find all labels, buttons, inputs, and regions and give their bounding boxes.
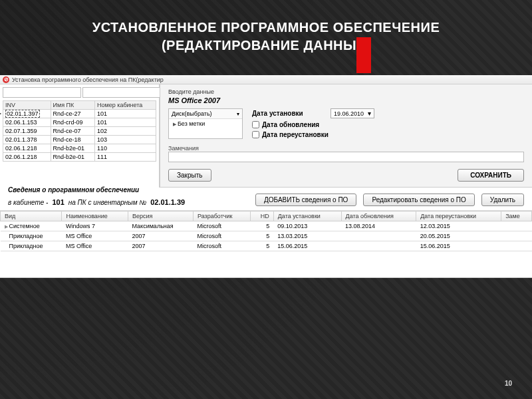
info-toolbar: Сведения о программном обеспечении в каб… <box>0 188 532 211</box>
pc-table[interactable]: INV Имя ПК Номер кабинета 02.01.1.397Rnd… <box>3 100 156 162</box>
calendar-icon[interactable]: ▾ <box>368 110 371 117</box>
update-checkbox-label: Дата обновления <box>262 121 319 128</box>
col-inv[interactable]: INV <box>3 101 51 110</box>
pc-inv-value: 02.01.1.39 <box>150 198 185 206</box>
stop-icon: ⊘ <box>3 76 9 83</box>
save-button[interactable]: СОХРАНИТЬ <box>458 169 524 182</box>
pc-list-panel: INV Имя ПК Номер кабинета 02.01.1.397Rnd… <box>0 84 160 188</box>
update-checkbox[interactable]: Дата обновления <box>252 121 319 128</box>
col-name[interactable]: Имя ПК <box>51 101 95 110</box>
table-row[interactable]: ПрикладноеMS Office2007Microsoft515.06.2… <box>1 241 532 251</box>
disk-selector[interactable]: Диск(выбрать) ▾ Без метки <box>168 108 243 139</box>
table-row[interactable]: 02.06.1.153Rnd-crd-09101 <box>3 118 156 127</box>
update-checkbox-input[interactable] <box>252 121 259 128</box>
add-software-button[interactable]: ДОБАВИТЬ сведения о ПО <box>255 194 356 206</box>
disk-header: Диск(выбрать) <box>172 110 212 117</box>
red-marker <box>356 37 371 73</box>
swcol-install[interactable]: Дата установки <box>273 211 341 221</box>
table-row[interactable]: 02.06.1.218Rnd-b2e-01110 <box>3 144 156 153</box>
col-room[interactable]: Номер кабинета <box>95 101 156 110</box>
reinstall-checkbox-label: Дата переустановки <box>262 131 329 138</box>
edit-software-button[interactable]: Редактировать сведения о ПО <box>363 194 474 206</box>
install-date-picker[interactable]: 19.06.2010 ▾ <box>331 108 374 118</box>
edit-dialog: Вводите данные MS Office 2007 Диск(выбра… <box>160 84 532 188</box>
dialog-prompt: Вводите данные <box>168 88 524 95</box>
table-row[interactable]: 02.01.1.378Rnd-ce-18103 <box>3 136 156 144</box>
swcol-version[interactable]: Версия <box>128 211 194 221</box>
delete-software-button[interactable]: Удалить <box>481 194 524 206</box>
window-title: Установка программного обеспечения на ПК… <box>12 76 164 83</box>
info-heading: Сведения о программном обеспечении <box>8 186 139 194</box>
swcol-hd[interactable]: HD <box>251 211 273 221</box>
disk-value[interactable]: Без метки <box>169 119 242 128</box>
filter-name[interactable] <box>82 87 161 98</box>
swcol-update[interactable]: Дата обновления <box>341 211 416 221</box>
cabinet-label: в кабинете - <box>8 199 48 206</box>
reinstall-checkbox-input[interactable] <box>252 131 259 138</box>
fields-group: Дата установки 19.06.2010 ▾ Дата обновле… <box>252 108 524 141</box>
install-date-value: 19.06.2010 <box>334 110 364 117</box>
slide-title: УСТАНОВЛЕННОЕ ПРОГРАММНОЕ ОБЕСПЕЧЕНИЕ (Р… <box>0 0 532 61</box>
swcol-vendor[interactable]: Разработчик <box>193 211 250 221</box>
swcol-type[interactable]: Вид <box>1 211 62 221</box>
table-row[interactable]: 02.07.1.359Rnd-ce-07102 <box>3 127 156 136</box>
swcol-reinstall[interactable]: Дата переустановки <box>416 211 501 221</box>
table-row[interactable]: 02.06.1.218Rnd-b2e-01111 <box>3 153 156 162</box>
titlebar: ⊘ Установка программного обеспечения на … <box>0 75 532 84</box>
pc-inv-label: на ПК с инвентарным № <box>68 199 146 206</box>
notes-label: Замечания <box>168 145 524 152</box>
install-date-label: Дата установки <box>252 110 325 117</box>
swcol-note[interactable]: Заме <box>501 211 532 221</box>
page-number: 10 <box>505 380 512 387</box>
dialog-product: MS Office 2007 <box>168 96 524 104</box>
reinstall-checkbox[interactable]: Дата переустановки <box>252 131 329 138</box>
close-button[interactable]: Закрыть <box>168 169 211 182</box>
table-row[interactable]: 02.01.1.397Rnd-ce-27101 <box>3 110 156 118</box>
table-row[interactable]: СистемноеWindows 7МаксимальнаяMicrosoft5… <box>1 221 532 231</box>
slide-title-line1: УСТАНОВЛЕННОЕ ПРОГРАММНОЕ ОБЕСПЕЧЕНИЕ <box>92 20 440 35</box>
swcol-name[interactable]: Наименование <box>62 211 128 221</box>
notes-input[interactable] <box>168 152 524 162</box>
app-window: ⊘ Установка программного обеспечения на … <box>0 75 532 278</box>
filter-row <box>3 87 156 98</box>
software-table[interactable]: Вид Наименование Версия Разработчик HD Д… <box>0 211 532 251</box>
chevron-down-icon[interactable]: ▾ <box>237 111 239 117</box>
software-table-empty <box>0 251 532 278</box>
slide-title-line2: (РЕДАКТИРОВАНИЕ ДАННЫХ) <box>162 38 370 53</box>
cabinet-value: 101 <box>52 198 64 206</box>
table-row[interactable]: ПрикладноеMS Office2007Microsoft513.03.2… <box>1 231 532 241</box>
filter-inv[interactable] <box>3 87 81 98</box>
